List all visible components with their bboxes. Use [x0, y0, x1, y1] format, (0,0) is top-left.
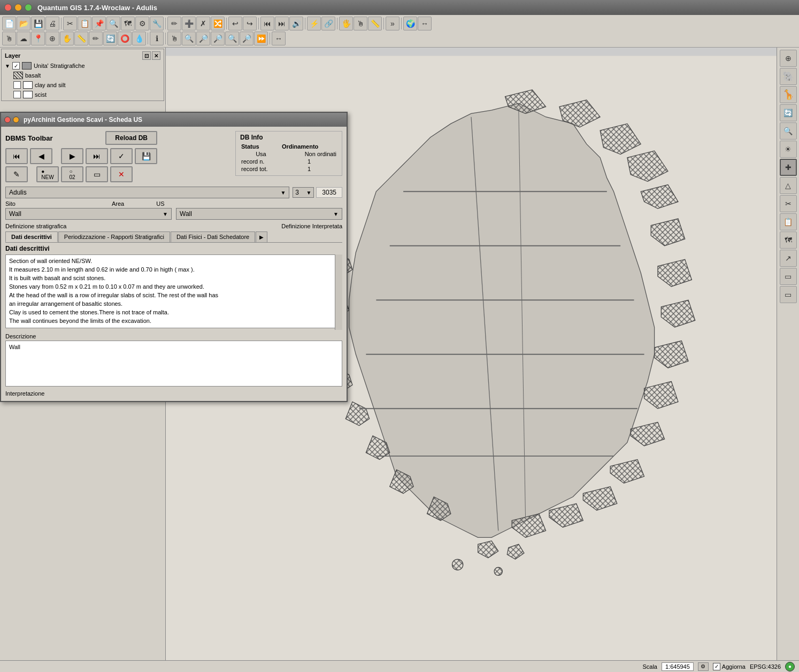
minimize-button[interactable] [14, 4, 22, 11]
check-button[interactable]: ✓ [110, 148, 133, 164]
pointer-icon[interactable]: 🖱 [354, 17, 367, 30]
next-record-button[interactable]: ▶ [61, 148, 83, 164]
link-icon[interactable]: 🔗 [321, 17, 335, 30]
layer-item-basalt[interactable]: basalt [3, 71, 163, 80]
copy-icon[interactable]: 📋 [78, 17, 91, 30]
print-icon[interactable]: 🖨 [45, 17, 59, 30]
tool-icon[interactable]: 🔧 [150, 17, 164, 30]
circle-icon[interactable]: ⭕ [118, 32, 132, 45]
zoom-sel-icon[interactable]: 🔍 [225, 32, 239, 45]
layer-item-unita[interactable]: ▼ ✓ Unita' Stratigrafiche [3, 61, 163, 71]
rt-sun-icon[interactable]: ☀ [780, 141, 797, 158]
undo-icon[interactable]: ↩ [228, 17, 242, 30]
open-icon[interactable]: 📂 [17, 17, 30, 30]
rt-triangle-icon[interactable]: △ [780, 177, 797, 194]
measure-icon[interactable]: 📏 [368, 17, 382, 30]
map-icon[interactable]: 🗺 [121, 17, 135, 30]
layer-checkbox-unita[interactable]: ✓ [12, 62, 20, 69]
grab-icon[interactable]: ✋ [60, 32, 74, 45]
maximize-button[interactable] [25, 4, 32, 11]
zoom-nav-icon[interactable]: 🔎 [240, 32, 253, 45]
more-tools-icon[interactable]: » [386, 17, 400, 30]
rt-animal-icon[interactable]: 🦒 [780, 86, 797, 103]
search-icon[interactable]: 🔍 [106, 17, 120, 30]
dialog-minimize-button[interactable] [13, 117, 19, 123]
aggiorna-check[interactable]: ✓ Aggiorna [713, 663, 746, 670]
settings-icon[interactable]: ⚙ [135, 17, 149, 30]
tab-periodizzazione[interactable]: Periodizzazione - Rapporti Stratigrafici [58, 231, 170, 242]
rt-rect1-icon[interactable]: ▭ [780, 268, 797, 285]
rt-scissor-icon[interactable]: ✂ [780, 195, 797, 212]
drop-icon[interactable]: 💧 [132, 32, 146, 45]
area-dropdown[interactable]: Wall ▼ [176, 208, 342, 220]
zoom-ext-icon[interactable]: 🔎 [211, 32, 225, 45]
del-button[interactable]: ✕ [110, 166, 133, 182]
save-icon[interactable]: 💾 [31, 17, 45, 30]
cancel-icon[interactable]: ✗ [196, 17, 210, 30]
prev-record-button[interactable]: ◀ [30, 148, 52, 164]
arrows-icon[interactable]: ↔ [272, 32, 286, 45]
close-button[interactable] [4, 4, 12, 11]
extra-icon[interactable]: ↔ [418, 17, 432, 30]
layer-checkbox-clay[interactable] [13, 81, 21, 89]
volume-icon[interactable]: 🔊 [289, 17, 303, 30]
rec-del-button[interactable]: ○02 [61, 166, 83, 182]
save-record-button[interactable]: 💾 [135, 148, 157, 164]
layer-expand-icon[interactable]: ⊡ [142, 51, 151, 60]
rt-rotate-icon[interactable]: 🔄 [780, 104, 797, 121]
refresh-icon[interactable]: 🔄 [103, 32, 117, 45]
area-num-selector[interactable]: 3 ▼ [293, 187, 314, 198]
zoom-cursor-icon[interactable]: 🖱 [167, 32, 181, 45]
layer-item-scist[interactable]: scist [3, 90, 163, 99]
zoom-in-icon[interactable]: 🔍 [182, 32, 196, 45]
layer-checkbox-scist[interactable] [13, 91, 21, 98]
globe-icon[interactable]: 🌍 [403, 17, 417, 30]
new-file-icon[interactable]: 📄 [2, 17, 16, 30]
zoom-out-icon[interactable]: 🔎 [196, 32, 210, 45]
plus-icon[interactable]: ⊕ [45, 32, 59, 45]
edit-icon[interactable]: ✏ [167, 17, 181, 30]
first-record-button[interactable]: ⏮ [5, 148, 28, 164]
redo-icon[interactable]: ↪ [243, 17, 257, 30]
layer-header-controls[interactable]: ⊡ ✕ [142, 51, 160, 60]
cursor-icon[interactable]: 🖱 [2, 32, 16, 45]
scala-button[interactable]: ⚙ [698, 662, 709, 671]
rec-new-button[interactable]: ●NEW [36, 166, 59, 182]
info-icon[interactable]: ℹ [150, 32, 164, 45]
window-controls[interactable] [4, 4, 32, 11]
rt-active-tool-icon[interactable]: ✚ [780, 159, 797, 176]
tab-more-button[interactable]: ▶ [256, 231, 267, 242]
first-nav-icon[interactable]: ⏮ [260, 17, 274, 30]
rt-magnify-icon[interactable]: 🔍 [780, 122, 797, 140]
add-icon[interactable]: ➕ [182, 17, 196, 30]
rt-add-layer-icon[interactable]: ⊕ [780, 50, 797, 67]
text-scrollbar[interactable] [335, 254, 342, 330]
lightning-icon[interactable]: ⚡ [307, 17, 321, 30]
sito-dropdown[interactable]: Wall ▼ [5, 208, 172, 220]
bookmark-icon[interactable]: 📌 [92, 17, 106, 30]
pan-icon[interactable]: ⏩ [254, 32, 268, 45]
last-record-button[interactable]: ⏭ [86, 148, 108, 164]
cloud-icon[interactable]: ☁ [17, 32, 30, 45]
blank-button[interactable]: ▭ [86, 166, 108, 182]
hand-icon[interactable]: 🖐 [339, 17, 353, 30]
ruler-icon[interactable]: 📏 [74, 32, 88, 45]
rt-rect2-icon[interactable]: ▭ [780, 286, 797, 303]
reload-db-button[interactable]: Reload DB [105, 131, 157, 145]
site-selector[interactable]: Adulis ▼ [5, 187, 289, 198]
dialog-controls[interactable] [4, 117, 19, 123]
rt-arrow-icon[interactable]: ↗ [780, 250, 797, 267]
layer-item-clay[interactable]: clay and silt [3, 80, 163, 90]
dati-descrittivi-textarea[interactable] [5, 254, 342, 328]
cut-icon[interactable]: ✂ [63, 17, 77, 30]
pencil-icon[interactable]: ✏ [89, 32, 103, 45]
tab-dati-descrittivi[interactable]: Dati descrittivi [5, 231, 58, 242]
rt-elephant-icon[interactable]: 🐘 [780, 68, 797, 85]
rt-map2-icon[interactable]: 🗺 [780, 231, 797, 249]
dialog-close-button[interactable] [4, 117, 11, 123]
aggiorna-checkbox[interactable]: ✓ [713, 663, 720, 670]
epsg-icon[interactable]: ● [785, 662, 795, 671]
tab-dati-fisici[interactable]: Dati Fisici - Dati Schedatore [171, 231, 255, 242]
descrizione-textarea[interactable] [5, 341, 342, 387]
edit-record-button[interactable]: ✎ [5, 166, 28, 182]
